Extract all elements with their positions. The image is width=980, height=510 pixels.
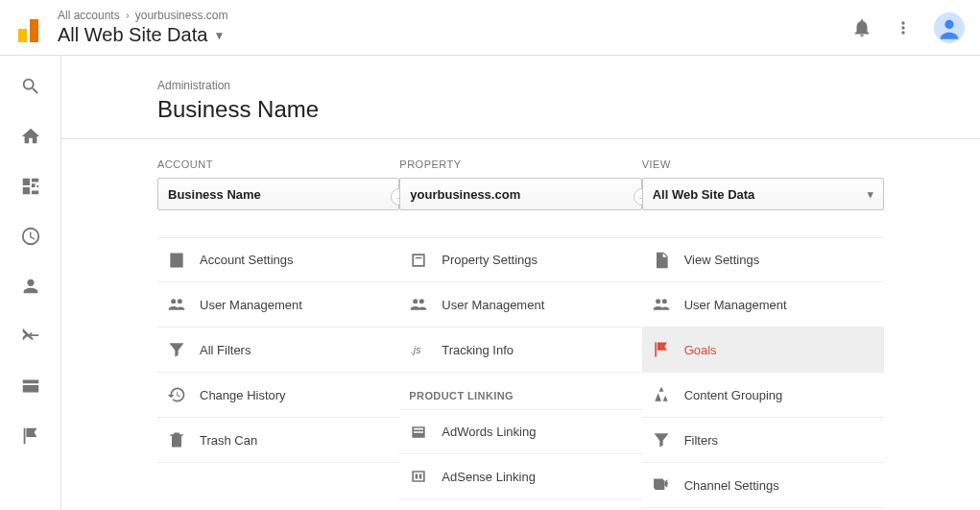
page-title: Business Name	[157, 96, 884, 123]
breadcrumb-root[interactable]: All accounts	[58, 9, 120, 22]
users-icon	[167, 295, 186, 314]
nav-behavior[interactable]	[19, 375, 42, 398]
menu-item-label: All Filters	[200, 343, 251, 357]
nav-acquisition[interactable]	[19, 325, 42, 348]
breadcrumb[interactable]: All accounts › yourbusiness.com	[58, 9, 851, 22]
menu-item-label: User Management	[442, 298, 544, 312]
menu-item-user-management[interactable]: User Management	[157, 282, 399, 328]
menu-item-all-filters[interactable]: All Filters	[157, 328, 399, 373]
menu-item-label: Filters	[684, 433, 718, 448]
view-title-text: All Web Site Data	[58, 24, 207, 46]
flag-icon	[20, 425, 41, 447]
ga-logo-icon	[15, 12, 48, 44]
menu-item-label: Trash Can	[200, 433, 257, 448]
menu-item-filters[interactable]: Filters	[642, 418, 884, 463]
menu-item-label: AdWords Linking	[442, 425, 536, 439]
nav-audience[interactable]	[19, 275, 42, 298]
menu-item-user-management[interactable]: User Management	[399, 282, 641, 328]
nav-realtime[interactable]	[19, 225, 42, 248]
menu-item-channel-settings[interactable]: Channel Settings	[642, 463, 884, 508]
nav-search[interactable]	[19, 75, 42, 98]
more-vert-icon[interactable]	[894, 18, 913, 37]
account-selector[interactable]: Business Name	[157, 178, 399, 210]
users-icon	[409, 295, 428, 314]
property-column: PROPERTY yourbusiness.com → Property Set…	[399, 158, 641, 508]
property-menu-list: Property SettingsUser ManagementTracking…	[399, 237, 641, 373]
building-icon	[167, 251, 186, 270]
menu-item-account-settings[interactable]: Account Settings	[157, 237, 399, 282]
admin-label: Administration	[157, 79, 884, 92]
bell-icon[interactable]	[851, 17, 872, 38]
sheet-header: Administration Business Name	[61, 56, 980, 139]
flag-icon	[652, 340, 671, 359]
view-selector-text: All Web Site Data	[653, 187, 755, 202]
history-icon	[167, 385, 186, 404]
property-col-label: PROPERTY	[399, 158, 641, 170]
view-menu-list: View SettingsUser ManagementGoalsContent…	[642, 237, 884, 508]
account-column: ACCOUNT Business Name → Account Settings…	[157, 158, 399, 508]
filter-icon	[167, 340, 186, 359]
account-menu-list: Account SettingsUser ManagementAll Filte…	[157, 237, 399, 463]
home-icon	[20, 126, 41, 147]
grid-icon	[20, 176, 41, 197]
page-icon	[652, 251, 671, 270]
view-column-selector[interactable]: All Web Site Data	[642, 178, 884, 210]
left-sidenav	[0, 56, 61, 510]
adsense-icon	[409, 467, 428, 486]
view-column: VIEW All Web Site Data View SettingsUser…	[642, 158, 884, 508]
menu-item-content-grouping[interactable]: Content Grouping	[642, 373, 884, 418]
menu-item-label: Account Settings	[200, 253, 294, 267]
menu-item-label: Channel Settings	[684, 478, 779, 493]
arrow-path-icon	[20, 326, 41, 347]
search-icon	[20, 76, 41, 97]
menu-item-trash-can[interactable]: Trash Can	[157, 418, 399, 463]
svg-rect-2	[30, 19, 38, 42]
product-linking-label: PRODUCT LINKING	[399, 373, 641, 409]
menu-item-view-settings[interactable]: View Settings	[642, 237, 884, 282]
menu-item-property-settings[interactable]: Property Settings	[399, 237, 641, 282]
menu-item-label: View Settings	[684, 253, 760, 267]
breadcrumb-property[interactable]: yourbusiness.com	[135, 9, 228, 22]
property-selector-text: yourbusiness.com	[410, 187, 520, 202]
menu-item-goals[interactable]: Goals	[642, 328, 884, 373]
clock-icon	[20, 226, 41, 247]
menu-item-label: Tracking Info	[442, 343, 514, 357]
account-col-label: ACCOUNT	[157, 158, 399, 170]
menu-item-label: AdSense Linking	[442, 470, 536, 484]
view-selector[interactable]: All Web Site Data ▼	[58, 24, 851, 46]
chevron-right-icon: ›	[126, 9, 130, 22]
nav-customization[interactable]	[19, 175, 42, 198]
content-scroll[interactable]: Administration Business Name ACCOUNT Bus…	[61, 56, 980, 510]
card-icon	[20, 376, 41, 397]
admin-sheet: Administration Business Name ACCOUNT Bus…	[61, 56, 980, 510]
menu-item-label: Change History	[200, 388, 286, 402]
nav-home[interactable]	[19, 125, 42, 148]
user-avatar[interactable]	[934, 12, 965, 43]
js-icon	[409, 340, 428, 359]
trash-icon	[167, 430, 186, 449]
menu-item-adsense-linking[interactable]: AdSense Linking	[399, 454, 641, 499]
nav-conversions[interactable]	[19, 425, 42, 448]
menu-item-tracking-info[interactable]: Tracking Info	[399, 328, 641, 373]
menu-item-user-management[interactable]: User Management	[642, 282, 884, 328]
svg-point-3	[944, 19, 953, 28]
admin-columns: ACCOUNT Business Name → Account Settings…	[61, 139, 980, 510]
content-icon	[652, 385, 671, 404]
top-actions	[851, 12, 965, 43]
property-linking-list: AdWords LinkingAdSense Linking	[399, 409, 641, 499]
menu-item-change-history[interactable]: Change History	[157, 373, 399, 418]
menu-item-label: Property Settings	[442, 253, 538, 267]
property-selector[interactable]: yourbusiness.com	[399, 178, 641, 210]
filter-icon	[652, 430, 671, 449]
channel-icon	[652, 475, 671, 495]
user-icon	[20, 276, 41, 297]
menu-item-label: User Management	[684, 298, 787, 312]
menu-item-adwords-linking[interactable]: AdWords Linking	[399, 409, 641, 454]
account-selector-text: Business Name	[168, 187, 261, 202]
menu-item-label: Goals	[684, 343, 717, 357]
users-icon	[652, 295, 671, 314]
menu-item-label: Content Grouping	[684, 388, 783, 402]
sheet-icon	[409, 251, 428, 270]
svg-rect-1	[18, 29, 27, 42]
breadcrumb-area[interactable]: All accounts › yourbusiness.com All Web …	[58, 9, 851, 46]
